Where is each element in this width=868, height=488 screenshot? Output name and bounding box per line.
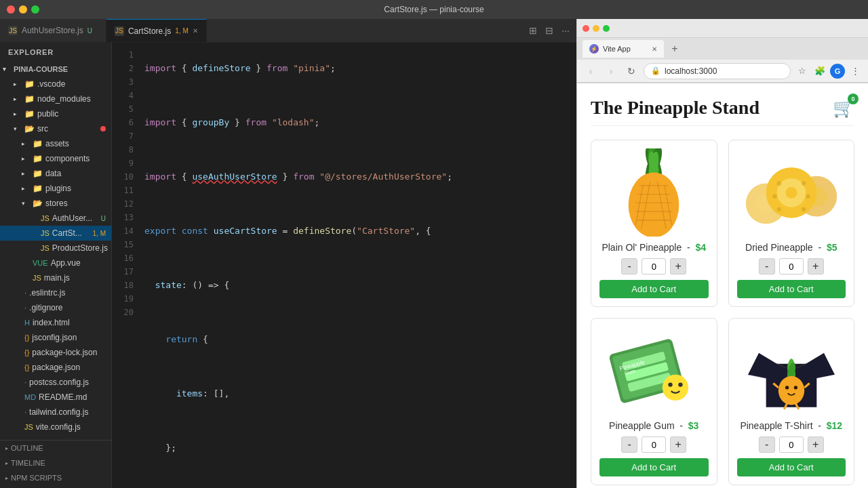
sidebar-item-indexhtml[interactable]: ▸ H index.html [0, 315, 111, 330]
browser-tab-close-icon[interactable]: ✕ [652, 45, 657, 53]
split-editor-icon[interactable]: ⊞ [529, 25, 537, 36]
svg-point-27 [802, 207, 806, 211]
tab-authuser[interactable]: JS AuthUserStore.js U [0, 19, 106, 42]
outline-section[interactable]: ▸ OUTLINE [0, 441, 111, 455]
sidebar-item-eslintrc[interactable]: ▸ · .eslintrc.js [0, 285, 111, 300]
indexhtml-filename: index.html [33, 318, 70, 327]
sidebar-item-appvue[interactable]: ▸ VUE App.vue [0, 256, 111, 270]
toggle-panel-icon[interactable]: ⊟ [545, 25, 553, 36]
tab-cartstore[interactable]: JS CartStore.js 1, M ✕ [106, 19, 207, 42]
store-title: The Pineapple Stand [591, 97, 760, 119]
sidebar-item-jsconfig[interactable]: ▸ {} jsconfig.json [0, 330, 111, 345]
browser-maximize-button[interactable] [603, 25, 610, 32]
src-label: src [37, 124, 48, 134]
forward-button[interactable]: › [603, 63, 619, 79]
tab-bar-spacer [207, 19, 530, 42]
sidebar-item-postcss[interactable]: ▸ · postcss.config.js [0, 375, 111, 390]
qty-increase-1[interactable]: + [808, 258, 824, 274]
address-bar[interactable]: 🔒 localhost:3000 [644, 63, 791, 79]
browser-close-button[interactable] [583, 25, 589, 32]
sidebar-item-readme[interactable]: ▸ MD README.md [0, 390, 111, 405]
qty-input-1[interactable] [779, 258, 804, 274]
line-4 [139, 143, 576, 157]
stores-arrow: ▾ [22, 200, 30, 207]
folder-icon: 📁 [24, 109, 35, 119]
add-to-cart-button-1[interactable]: Add to Cart [737, 280, 846, 298]
packagejson-filename: package.json [32, 363, 80, 372]
browser-traffic-lights [583, 25, 610, 32]
qty-input-0[interactable] [642, 258, 666, 274]
user-avatar[interactable]: G [830, 64, 845, 79]
sidebar-item-viteconfig[interactable]: ▸ JS vite.config.js [0, 420, 111, 434]
code-editor[interactable]: 12345 678910 1112131415 1617181920 impor… [112, 43, 576, 488]
sidebar-item-mainjs[interactable]: ▸ JS main.js [0, 270, 111, 285]
browser-tab-vite[interactable]: ⚡ Vite App ✕ [583, 40, 664, 58]
qty-increase-0[interactable]: + [670, 258, 686, 274]
line-2 [139, 89, 576, 102]
browser-settings-icon[interactable]: ⋮ [848, 64, 863, 79]
more-actions-icon[interactable]: ··· [561, 25, 570, 36]
plugins-folder-icon: 📁 [33, 184, 43, 193]
maximize-button[interactable] [31, 5, 39, 14]
sidebar-item-tailwind[interactable]: ▸ · tailwind.config.js [0, 405, 111, 420]
line-numbers: 12345 678910 1112131415 1617181920 [112, 43, 139, 488]
line-5: import { useAuthUserStore } from "@/stor… [139, 170, 576, 184]
sidebar-item-data[interactable]: ▸ 📁 data [0, 166, 111, 181]
timeline-section[interactable]: ▸ TIMELINE [0, 455, 111, 470]
new-tab-button[interactable]: + [667, 41, 683, 57]
bookmark-icon[interactable]: ☆ [795, 64, 810, 79]
sidebar-item-cartstore[interactable]: ▸ JS CartSt... 1, M [0, 226, 111, 241]
qty-decrease-3[interactable]: - [759, 436, 775, 453]
viteconfig-icon: JS [24, 423, 33, 431]
sidebar-item-productstore[interactable]: ▸ JS ProductStore.js [0, 241, 111, 256]
minimize-button[interactable] [19, 5, 27, 14]
sidebar-item-authuser[interactable]: ▸ JS AuthUser... U [0, 211, 111, 226]
reload-button[interactable]: ↻ [623, 63, 639, 79]
qty-decrease-1[interactable]: - [759, 258, 775, 274]
add-to-cart-button-0[interactable]: Add to Cart [599, 280, 709, 298]
qty-decrease-2[interactable]: - [621, 436, 637, 453]
add-to-cart-button-3[interactable]: Add to Cart [737, 458, 846, 476]
sidebar-item-public[interactable]: ▸ 📁 public [0, 106, 111, 121]
line-7: export const useCartStore = defineStore(… [139, 224, 576, 238]
sidebar-item-packagelock[interactable]: ▸ {} package-lock.json [0, 345, 111, 360]
sidebar-item-node-modules[interactable]: ▸ 📁 node_modules [0, 92, 111, 106]
stores-label: stores [45, 199, 68, 208]
product-price-1: $5 [827, 242, 837, 253]
line-15: }; [139, 441, 576, 455]
node-modules-label: node_modules [37, 94, 91, 104]
authuser-file-badge: U [101, 215, 111, 222]
sidebar-item-components[interactable]: ▸ 📁 components [0, 151, 111, 166]
sidebar-item-vscode[interactable]: ▸ 📁 .vscode [0, 77, 111, 92]
npm-scripts-section[interactable]: ▸ NPM SCRIPTS [0, 470, 111, 485]
extensions-icon[interactable]: 🧩 [812, 64, 827, 79]
cart-icon-wrap[interactable]: 🛒 0 [833, 98, 854, 119]
gitignore-filename: .gitignore [29, 303, 62, 312]
qty-increase-3[interactable]: + [808, 436, 824, 453]
sidebar-item-gitignore[interactable]: ▸ · .gitignore [0, 300, 111, 315]
sidebar-item-stores[interactable]: ▾ 📂 stores [0, 196, 111, 211]
browser-panel: ⚡ Vite App ✕ + ‹ › ↻ 🔒 localhost:3000 ☆ … [576, 19, 868, 488]
browser-minimize-button[interactable] [593, 25, 599, 32]
npm-arrow: ▸ [5, 475, 8, 481]
sidebar-item-packagejson[interactable]: ▸ {} package.json [0, 360, 111, 375]
url-text: localhost:3000 [665, 66, 717, 76]
packagelock-icon: {} [24, 348, 29, 357]
close-button[interactable] [7, 5, 15, 14]
eslintrc-filename: .eslintrc.js [29, 288, 65, 298]
traffic-lights [7, 5, 39, 14]
explorer-title: EXPLORER [0, 43, 111, 62]
browser-tab-bar: ⚡ Vite App ✕ + [577, 38, 868, 60]
qty-decrease-0[interactable]: - [621, 258, 637, 274]
sidebar-item-plugins[interactable]: ▸ 📁 plugins [0, 181, 111, 196]
project-name[interactable]: ▾ PINIA-COURSE [0, 62, 111, 77]
add-to-cart-button-2[interactable]: Add to Cart [599, 458, 709, 476]
line-9: state: () => { [139, 279, 576, 292]
back-button[interactable]: ‹ [583, 63, 599, 79]
close-tab-icon[interactable]: ✕ [193, 27, 198, 35]
sidebar-item-assets[interactable]: ▸ 📁 assets [0, 136, 111, 151]
qty-input-3[interactable] [779, 436, 804, 453]
sidebar-item-src[interactable]: ▾ 📂 src [0, 121, 111, 136]
qty-increase-2[interactable]: + [670, 436, 686, 453]
qty-input-2[interactable] [642, 436, 666, 453]
